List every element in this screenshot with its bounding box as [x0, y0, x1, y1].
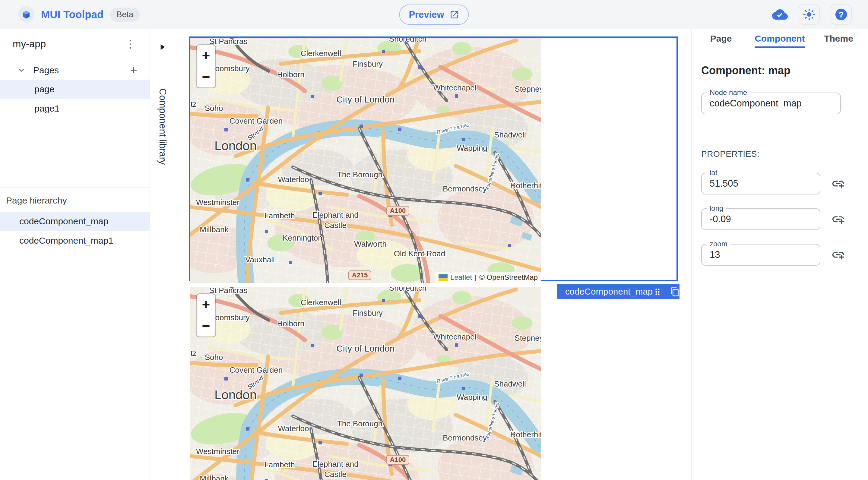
mui-toolpad-logo-icon [18, 6, 34, 23]
osm-attribution[interactable]: © OpenStreetMap [479, 273, 538, 282]
project-menu-kebab-icon[interactable]: ⋮ [122, 37, 139, 51]
leaflet-map-2[interactable]: ShoreditchSt PancrasClerkenwellFinsburyB… [190, 287, 541, 480]
svg-text:A100: A100 [390, 207, 406, 214]
ukraine-flag-icon [438, 275, 447, 281]
map-label: Lambeth [264, 460, 294, 469]
map-road-badge: A100 [386, 206, 409, 215]
duplicate-component-icon[interactable] [670, 287, 680, 297]
map-label: Kennington [283, 233, 322, 243]
zoom-in-button[interactable]: + [197, 45, 215, 66]
map-label: London [214, 388, 257, 402]
map-label: Castle [324, 221, 346, 230]
map-road-badge: A215 [349, 271, 371, 280]
map-label: Shadwell [494, 379, 526, 388]
map-label: Soho [205, 104, 223, 113]
map-label: Vauxhall [245, 255, 275, 264]
tab-component[interactable]: Component [750, 29, 809, 47]
hierarchy-item-codeComponent_map1[interactable]: codeComponent_map1 [0, 231, 150, 250]
theme-toggle-button[interactable] [799, 4, 820, 25]
svg-text:A215: A215 [352, 271, 368, 279]
explorer-sidebar: my-app ⋮ Pages page page1 Page hierarchy [0, 29, 150, 480]
map-label: Millbank [200, 474, 228, 480]
chevron-down-icon[interactable] [18, 66, 25, 74]
bind-lat-button[interactable] [831, 177, 845, 191]
zoom-out-button[interactable]: − [197, 315, 215, 337]
map-zoom-control: + − [197, 294, 215, 337]
long-value: -0.09 [702, 214, 731, 225]
expand-library-arrow-icon[interactable] [159, 43, 166, 51]
hierarchy-item-codeComponent_map[interactable]: codeComponent_map [0, 212, 150, 231]
map-label: Elephant and [312, 459, 358, 469]
editor-canvas[interactable]: ShoreditchSt PancrasClerkenwellFinsburyB… [175, 29, 691, 480]
map-label: Holborn [277, 70, 304, 79]
map-label: Clerkenwell [301, 49, 341, 58]
zoom-label: zoom [707, 240, 730, 248]
delete-component-icon[interactable] [688, 287, 691, 297]
map-label: Elephant and [312, 211, 358, 220]
map-label: Holborn [277, 319, 304, 328]
selected-node-label: codeComponent_map [565, 287, 653, 297]
tab-page[interactable]: Page [691, 29, 750, 47]
hierarchy-item-label: codeComponent_map1 [19, 235, 114, 246]
map-label: Shoreditch [389, 38, 427, 43]
svg-text:A100: A100 [390, 456, 406, 463]
leaflet-link[interactable]: Leaflet [450, 273, 472, 282]
app-header: MUI Toolpad Beta Preview ? [0, 0, 868, 29]
inspector-panel: Page Component Theme Component: map Node… [691, 29, 868, 480]
app-title: MUI Toolpad [41, 8, 103, 21]
map-zoom-control: + − [197, 45, 215, 88]
map-label: Whitechapel [433, 83, 476, 92]
component-heading: Component: map [701, 64, 858, 77]
help-button[interactable]: ? [831, 4, 852, 25]
node-name-field[interactable]: Node name codeComponent_map [701, 93, 841, 114]
map-label: Stepney [515, 333, 541, 343]
component-panel: Component: map Node name codeComponent_m… [691, 64, 868, 266]
map-label: St Pancras [209, 287, 247, 295]
open-in-new-icon [450, 10, 459, 20]
zoom-out-button[interactable]: − [197, 66, 215, 88]
svg-text:?: ? [839, 10, 843, 19]
prop-row-lat: lat 51.505 [701, 173, 858, 194]
bind-long-button[interactable] [831, 212, 845, 226]
drag-indicator-icon[interactable] [653, 287, 662, 297]
leaflet-map-1[interactable]: ShoreditchSt PancrasClerkenwellFinsburyB… [190, 38, 541, 283]
map-label: The Borough [337, 170, 382, 179]
selected-map-component[interactable]: ShoreditchSt PancrasClerkenwellFinsburyB… [189, 36, 678, 281]
beta-badge: Beta [110, 7, 140, 22]
page-item-label: page1 [34, 103, 59, 114]
prop-row-long: long -0.09 [701, 209, 858, 230]
selection-toolbar: codeComponent_map [557, 284, 680, 299]
map-label: Wapping [457, 143, 487, 153]
component-library-label: Component library [157, 88, 168, 165]
add-page-button[interactable] [129, 66, 138, 75]
map-label: London [214, 139, 257, 153]
lat-field[interactable]: lat 51.505 [701, 173, 820, 194]
app-row: my-app ⋮ [0, 29, 150, 59]
lat-label: lat [707, 168, 720, 177]
inspector-tabs: Page Component Theme [691, 29, 868, 48]
component-library-strip: Component library [150, 29, 175, 480]
bind-zoom-button[interactable] [831, 248, 845, 262]
long-field[interactable]: long -0.09 [701, 209, 820, 230]
map-label: Stepney [515, 85, 541, 93]
zoom-in-button[interactable]: + [197, 294, 215, 315]
map-label: Wapping [457, 392, 487, 402]
properties-label: PROPERTIES: [701, 149, 858, 159]
map-label: The Borough [337, 419, 382, 428]
preview-button[interactable]: Preview [399, 4, 469, 25]
map-label: itz [190, 349, 197, 358]
header-actions: ? [772, 4, 852, 25]
map-label: Whitechapel [433, 332, 476, 341]
preview-button-label: Preview [409, 9, 444, 20]
map-label: Lambeth [264, 211, 294, 220]
map-label: Rotherhithe [510, 181, 541, 190]
pages-section-label: Pages [33, 65, 59, 75]
sidebar-item-page[interactable]: page [0, 79, 150, 99]
sidebar-item-page1[interactable]: page1 [0, 99, 150, 118]
map-attribution: Leaflet | © OpenStreetMap [435, 272, 541, 283]
brand: MUI Toolpad Beta [18, 6, 140, 23]
map-label: Castle [324, 470, 346, 479]
tab-theme[interactable]: Theme [809, 29, 868, 47]
cloud-status-icon[interactable] [772, 7, 788, 22]
zoom-field[interactable]: zoom 13 [701, 244, 820, 266]
